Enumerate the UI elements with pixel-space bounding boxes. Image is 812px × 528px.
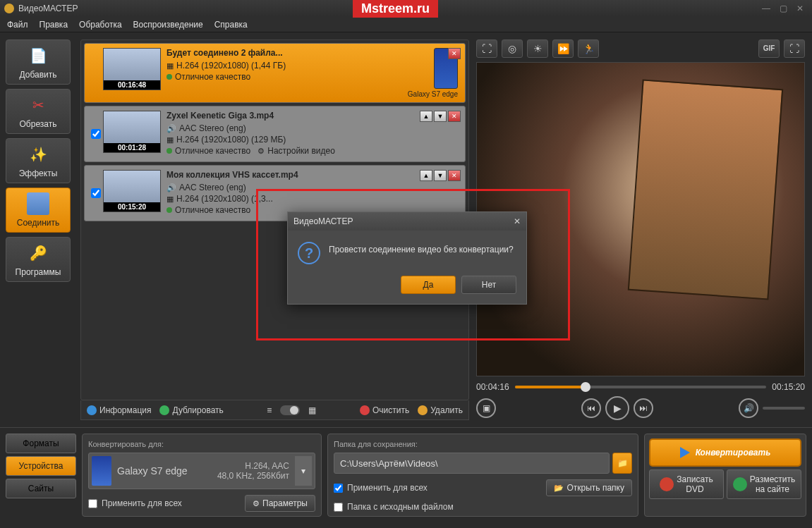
move-down-button[interactable]: ▼	[434, 170, 447, 181]
dialog-titlebar: ВидеоМАСТЕР ✕	[288, 212, 526, 231]
menu-help[interactable]: Справка	[214, 20, 248, 30]
format-line2: 48,0 KHz, 256Кбит	[217, 471, 289, 481]
view-grid-icon[interactable]: ▦	[308, 405, 316, 415]
duration-label: 00:01:28	[104, 143, 160, 152]
format-line1: H.264, AAC	[217, 461, 289, 471]
prev-button[interactable]: ⏮	[581, 398, 601, 418]
file-checkbox[interactable]	[91, 129, 101, 139]
dialog-title: ВидеоМАСТЕР	[293, 216, 353, 226]
apply-all-folder-label: Применить для всех	[347, 483, 428, 493]
menu-process[interactable]: Обработка	[79, 20, 122, 30]
remove-item-button[interactable]: ✕	[448, 48, 461, 59]
sidebar-effects[interactable]: ✨Эффекты	[6, 138, 71, 183]
time-total: 00:15:20	[772, 382, 805, 392]
volume-slider[interactable]	[763, 407, 805, 410]
move-up-button[interactable]: ▲	[420, 170, 432, 181]
volume-button[interactable]: 🔊	[739, 398, 758, 418]
audio-label: AAC Stereo (eng)	[179, 123, 246, 133]
player-controls: ▣ ⏮ ▶ ⏭ 🔊	[476, 396, 805, 420]
dropdown-arrow-icon[interactable]: ▾	[295, 456, 312, 486]
upload-button[interactable]: Разместитьна сайте	[727, 469, 801, 499]
file-item[interactable]: 00:01:28 Zyxel Keenetic Giga 3.mp4 🔊 AAC…	[84, 106, 466, 162]
dialog-message: Провести соединение видео без конвертаци…	[329, 242, 514, 254]
rotate-icon[interactable]: ◎	[502, 39, 523, 58]
question-icon: ?	[298, 242, 320, 264]
menu-file[interactable]: Файл	[7, 20, 28, 30]
apply-all-folder-checkbox[interactable]	[334, 484, 343, 493]
tab-sites[interactable]: Сайты	[6, 479, 76, 498]
sidebar-merge[interactable]: Соединить	[6, 188, 71, 233]
menu-edit[interactable]: Правка	[40, 20, 68, 30]
duplicate-button[interactable]: Дублировать	[159, 405, 223, 415]
settings-link[interactable]: Настройки видео	[267, 146, 335, 156]
quality-label: Отличное качество	[175, 72, 250, 82]
sidebar-cut[interactable]: ✂Обрезать	[6, 89, 71, 134]
remove-item-button[interactable]: ✕	[448, 170, 461, 181]
list-toolbar: Информация Дублировать ≡ ▦ Очистить Удал…	[80, 400, 469, 420]
duration-label: 00:15:20	[104, 202, 160, 211]
delete-button[interactable]: Удалить	[418, 405, 463, 415]
dialog-no-button[interactable]: Нет	[461, 276, 516, 294]
crop-icon[interactable]: ⛶	[476, 39, 497, 58]
apply-all-convert-checkbox[interactable]	[88, 499, 97, 508]
quality-label: Отличное качество	[175, 205, 250, 215]
thumbnail: 00:16:48	[103, 48, 161, 90]
browse-button[interactable]: 📁	[612, 453, 632, 474]
sidebar: 📄Добавить ✂Обрезать ✨Эффекты Соединить 🔑…	[0, 32, 76, 427]
keep-source-checkbox[interactable]	[334, 503, 343, 512]
view-list-icon[interactable]: ≡	[267, 405, 272, 415]
device-label: Galaxy S7 edge	[408, 90, 458, 98]
output-path-input[interactable]	[334, 453, 610, 474]
info-button[interactable]: Информация	[87, 405, 151, 415]
close-window-button[interactable]: ✕	[792, 3, 808, 14]
convert-button[interactable]: Конвертировать	[649, 438, 801, 467]
open-folder-button[interactable]: 📂 Открыть папку	[546, 479, 632, 496]
dialog-close-icon[interactable]: ✕	[514, 216, 521, 226]
sidebar-merge-label: Соединить	[17, 218, 60, 228]
run-icon[interactable]: 🏃	[578, 39, 599, 58]
dialog-yes-button[interactable]: Да	[401, 276, 456, 294]
device-selector[interactable]: Galaxy S7 edge H.264, AAC 48,0 KHz, 256К…	[88, 453, 315, 489]
apply-all-label: Применить для всех	[102, 498, 182, 508]
watermark: Mstreem.ru	[353, 0, 438, 18]
app-title: ВидеоМАСТЕР	[18, 4, 78, 13]
play-button[interactable]: ▶	[605, 396, 629, 420]
fullscreen-icon[interactable]: ⛶	[784, 39, 805, 58]
params-button[interactable]: ⚙ Параметры	[245, 495, 315, 512]
keep-source-label: Папка с исходным файлом	[347, 502, 454, 512]
remove-item-button[interactable]: ✕	[448, 111, 461, 122]
tab-formats[interactable]: Форматы	[6, 434, 76, 453]
quality-label: Отличное качество	[175, 146, 250, 156]
minimize-button[interactable]: —	[758, 3, 774, 14]
sidebar-add[interactable]: 📄Добавить	[6, 39, 71, 85]
speed-icon[interactable]: ⏩	[552, 39, 574, 58]
thumbnail: 00:01:28	[103, 111, 161, 153]
snapshot-button[interactable]: ▣	[476, 398, 496, 418]
menu-playback[interactable]: Воспроизведение	[133, 20, 203, 30]
timeline: 00:04:16 00:15:20	[476, 382, 805, 392]
view-toggle[interactable]	[280, 405, 300, 415]
sidebar-programs[interactable]: 🔑Программы	[6, 237, 71, 282]
file-checkbox[interactable]	[91, 188, 101, 198]
gif-button[interactable]: GIF	[758, 39, 780, 58]
move-up-button[interactable]: ▲	[420, 111, 432, 122]
clear-button[interactable]: Очистить	[360, 405, 409, 415]
file-title: Zyxel Keenetic Giga 3.mp4	[166, 111, 461, 121]
confirm-dialog: ВидеоМАСТЕР ✕ ? Провести соединение виде…	[287, 211, 527, 305]
maximize-button[interactable]: ▢	[775, 3, 791, 14]
tab-devices[interactable]: Устройства	[6, 456, 76, 476]
move-down-button[interactable]: ▼	[434, 111, 447, 122]
output-tabs: Форматы Устройства Сайты	[6, 434, 76, 517]
file-title: Моя коллекция VHS кассет.mp4	[166, 170, 461, 180]
burn-dvd-button[interactable]: ЗаписатьDVD	[649, 469, 724, 499]
audio-label: AAC Stereo (eng)	[179, 183, 246, 192]
device-name: Galaxy S7 edge	[117, 465, 212, 477]
brightness-icon[interactable]: ☀	[527, 39, 548, 58]
time-current: 00:04:16	[476, 382, 509, 392]
phone-icon	[92, 456, 111, 486]
convert-label: Конвертировать для:	[88, 440, 315, 448]
sidebar-effects-label: Эффекты	[19, 168, 58, 178]
next-button[interactable]: ⏭	[634, 398, 653, 418]
file-item-merged[interactable]: 00:16:48 Будет соединено 2 файла... ▦ H.…	[84, 43, 466, 103]
seek-bar[interactable]	[515, 386, 767, 388]
